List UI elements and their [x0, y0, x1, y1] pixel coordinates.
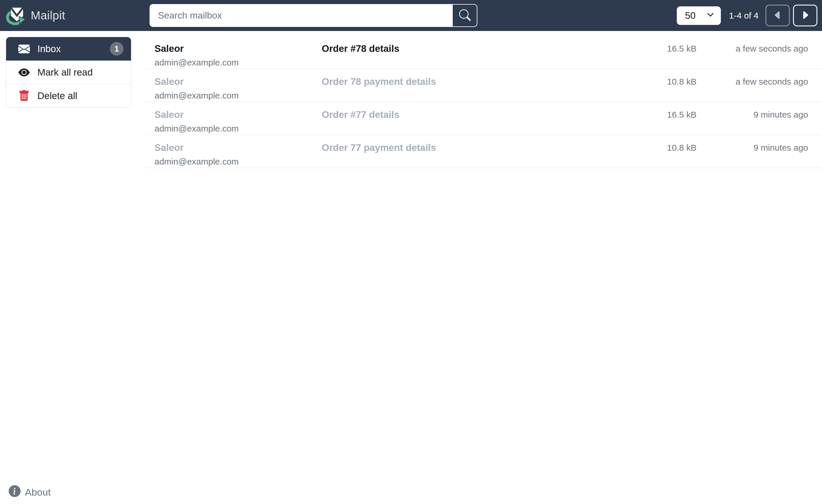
sidebar-item-delete-all[interactable]: Delete all [6, 84, 131, 107]
unread-count-badge: 1 [110, 42, 123, 56]
message-row[interactable]: Saleor admin@example.com Order 78 paymen… [146, 69, 822, 102]
info-icon [9, 485, 21, 499]
message-size: 16.5 kB [627, 109, 697, 120]
navbar-right-controls: 50 1-4 of 4 [677, 5, 817, 26]
about-link[interactable]: About [9, 485, 51, 499]
search-button[interactable] [452, 4, 477, 27]
message-from-name: Saleor [154, 76, 322, 87]
chevron-down-icon [706, 10, 715, 21]
sidebar-item-mark-all-read[interactable]: Mark all read [6, 61, 131, 84]
message-size: 10.8 kB [627, 143, 697, 153]
prev-page-button[interactable] [766, 5, 790, 26]
eye-icon [18, 67, 30, 78]
search-icon [459, 9, 471, 22]
message-date: 9 minutes ago [697, 109, 808, 120]
message-from-email: admin@example.com [154, 91, 322, 100]
sidebar: Inbox 1 Mark all read Delete all [6, 37, 131, 108]
brand-link[interactable]: Mailpit [6, 6, 65, 25]
message-from-name: Saleor [154, 109, 322, 120]
sidebar-inbox-label: Inbox [37, 43, 61, 54]
per-page-select[interactable]: 50 [677, 6, 721, 25]
message-size: 10.8 kB [627, 76, 697, 87]
message-from-email: admin@example.com [154, 157, 322, 166]
message-list: Saleor admin@example.com Order #78 detai… [146, 31, 822, 168]
per-page-value: 50 [685, 10, 696, 21]
envelope-icon [18, 43, 30, 55]
message-from: Saleor admin@example.com [154, 76, 322, 100]
message-row[interactable]: Saleor admin@example.com Order 77 paymen… [146, 135, 822, 168]
message-from-name: Saleor [154, 143, 322, 153]
message-subject: Order 77 payment details [322, 143, 627, 153]
message-subject: Order 78 payment details [322, 76, 627, 87]
caret-right-icon [800, 10, 810, 21]
message-subject: Order #77 details [322, 109, 627, 120]
sidebar-mark-all-read-label: Mark all read [37, 67, 93, 78]
message-from: Saleor admin@example.com [154, 143, 322, 166]
message-size: 16.5 kB [627, 43, 697, 54]
message-from: Saleor admin@example.com [154, 109, 322, 133]
trash-icon [18, 90, 30, 102]
message-from-name: Saleor [154, 43, 322, 54]
search-input[interactable] [149, 4, 452, 27]
top-navbar: Mailpit 50 1-4 of 4 [0, 0, 822, 31]
search-form [149, 4, 477, 27]
message-from-email: admin@example.com [154, 58, 322, 67]
about-label: About [25, 487, 51, 498]
message-subject: Order #78 details [322, 43, 627, 54]
message-date: a few seconds ago [697, 43, 808, 54]
caret-left-icon [772, 10, 783, 21]
sidebar-delete-all-label: Delete all [37, 90, 77, 101]
message-date: 9 minutes ago [697, 143, 808, 153]
message-from-email: admin@example.com [154, 124, 322, 133]
message-from: Saleor admin@example.com [154, 43, 322, 67]
pagination-info: 1-4 of 4 [729, 11, 759, 21]
pager [766, 5, 817, 26]
brand-name: Mailpit [31, 9, 65, 22]
message-date: a few seconds ago [697, 76, 808, 87]
message-row[interactable]: Saleor admin@example.com Order #77 detai… [146, 102, 822, 135]
next-page-button[interactable] [793, 5, 817, 26]
mailpit-logo-icon [6, 6, 25, 25]
message-row[interactable]: Saleor admin@example.com Order #78 detai… [146, 36, 822, 69]
sidebar-item-inbox[interactable]: Inbox 1 [6, 37, 131, 61]
